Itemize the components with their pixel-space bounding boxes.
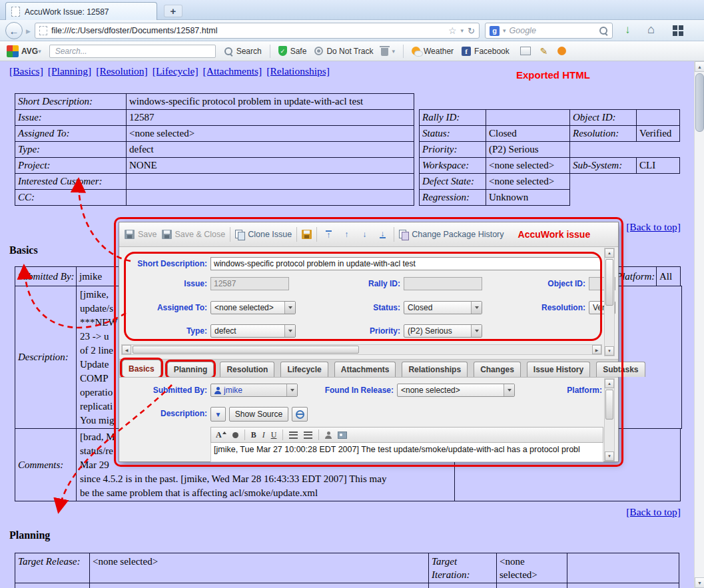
chevron-down-icon[interactable] — [286, 384, 297, 396]
scroll-left-icon[interactable]: ◀ — [122, 345, 131, 354]
tab-basics[interactable]: Basics — [122, 360, 161, 377]
chevron-down-icon[interactable] — [504, 384, 514, 396]
avg-do-not-track-button[interactable]: Do Not Track — [314, 47, 373, 56]
back-to-top-link[interactable]: [Back to top] — [626, 506, 681, 518]
chevron-down-icon[interactable] — [284, 302, 295, 314]
chevron-down-icon[interactable] — [471, 302, 482, 314]
form-hscrollbar[interactable]: ◀ ▶ — [121, 344, 602, 355]
avg-dropdown-icon[interactable]: ▾ — [38, 48, 41, 55]
insert-image-icon[interactable] — [338, 432, 347, 439]
reload-icon[interactable]: ↻ — [468, 26, 475, 36]
avg-search-button[interactable]: Search — [224, 47, 262, 56]
scroll-right-icon[interactable]: ▶ — [592, 345, 601, 354]
field-label: Platform: — [549, 386, 602, 395]
nav-link-lifecycle[interactable]: [Lifecycle] — [153, 65, 198, 77]
nav-link-planning[interactable]: [Planning] — [48, 65, 91, 77]
chevron-down-icon[interactable] — [284, 325, 295, 337]
priority-dropdown[interactable]: (P2) Serious — [404, 324, 482, 338]
search-bar[interactable]: g ▾ — [485, 23, 613, 39]
save-button[interactable]: Save — [125, 230, 157, 239]
new-tab-button[interactable]: + — [164, 5, 182, 17]
trash-dropdown-icon[interactable]: ▾ — [392, 48, 395, 55]
italic-button[interactable]: I — [262, 430, 265, 440]
collapse-description-button[interactable]: ▼ — [210, 407, 226, 422]
pencil-icon[interactable]: ✎ — [540, 46, 548, 57]
status-dropdown[interactable]: Closed — [404, 301, 482, 314]
tab-subtasks[interactable]: Subtasks — [596, 362, 645, 377]
back-button[interactable]: ← — [5, 22, 23, 39]
chevron-down-icon[interactable] — [471, 325, 482, 337]
panel-vscrollbar[interactable]: ▲ ▼ — [604, 378, 615, 461]
underline-button[interactable]: U — [271, 430, 277, 440]
nav-link-basics[interactable]: [Basics] — [9, 65, 43, 77]
browser-scrollbar[interactable]: ▲ ▼ — [694, 61, 704, 588]
download-button[interactable]: ↓ — [625, 23, 631, 37]
mention-icon[interactable] — [325, 432, 332, 439]
scrollbar-thumb[interactable] — [605, 259, 613, 306]
url-dropdown-icon[interactable]: ▾ — [461, 27, 464, 34]
scroll-down-icon[interactable]: ▼ — [695, 577, 704, 588]
scroll-up-icon[interactable]: ▲ — [695, 61, 704, 72]
form-vscrollbar[interactable]: ▲ ▼ — [604, 248, 615, 356]
search-icon[interactable] — [599, 26, 608, 35]
avg-weather-button[interactable]: Weather — [412, 47, 454, 56]
scrollbar-thumb[interactable] — [605, 390, 613, 420]
change-package-history-button[interactable]: Change Package History — [399, 230, 504, 239]
type-dropdown[interactable]: defect — [210, 324, 296, 338]
notes-icon[interactable] — [520, 47, 531, 55]
avg-search-input[interactable] — [49, 45, 216, 58]
bold-button[interactable]: B — [251, 430, 256, 440]
nav-link-attachments[interactable]: [Attachments] — [203, 65, 262, 77]
tab-changes[interactable]: Changes — [474, 362, 521, 377]
tab-planning[interactable]: Planning — [167, 362, 214, 377]
avg-safe-button[interactable]: ✓ Safe — [278, 46, 307, 56]
url-bar[interactable]: ☆ ▾ ↻ — [35, 23, 480, 39]
magnifier-icon — [224, 47, 233, 56]
text-color-icon[interactable] — [232, 432, 238, 438]
short-description-input[interactable]: windows-specific protocol problem in upd… — [210, 257, 601, 270]
font-size-icon[interactable]: A — [216, 430, 226, 440]
home-button[interactable]: ⌂ — [647, 23, 655, 37]
tab-issue-history[interactable]: Issue History — [527, 362, 590, 377]
scroll-up-icon[interactable]: ▲ — [605, 248, 614, 258]
search-engine-dropdown-icon[interactable]: ▾ — [503, 27, 506, 34]
description-editor[interactable]: [jmike, Tue Mar 27 10:00:28 EDT 2007] Th… — [210, 443, 603, 462]
search-input[interactable] — [510, 26, 595, 35]
save-and-close-button[interactable]: Save & Close — [162, 230, 226, 239]
url-input[interactable] — [51, 26, 444, 35]
tab-lifecycle[interactable]: Lifecycle — [280, 362, 328, 377]
bullet-list-icon[interactable] — [289, 432, 298, 439]
scroll-down-icon[interactable]: ▼ — [605, 451, 614, 461]
show-source-button[interactable]: Show Source — [229, 407, 288, 422]
assigned-to-dropdown[interactable]: <none selected> — [210, 301, 296, 314]
move-to-top-button[interactable]: ↑ — [322, 228, 335, 241]
move-down-button[interactable]: ↓ — [358, 228, 371, 241]
move-to-bottom-button[interactable]: ↓ — [376, 228, 389, 241]
export-button[interactable] — [302, 230, 312, 239]
found-in-release-dropdown[interactable]: <none selected> — [397, 384, 515, 397]
field-label: CC: — [15, 189, 127, 206]
scroll-down-icon[interactable]: ▼ — [605, 346, 614, 356]
move-up-button[interactable]: ↑ — [340, 228, 353, 241]
scrollbar-thumb[interactable] — [133, 346, 359, 354]
nav-link-resolution[interactable]: [Resolution] — [96, 65, 148, 77]
status-dot-icon[interactable] — [557, 47, 566, 55]
scrollbar-thumb[interactable] — [695, 73, 704, 132]
forward-button[interactable]: ▶ — [23, 27, 33, 35]
submitted-by-dropdown[interactable]: jmike — [210, 384, 298, 397]
tab-attachments[interactable]: Attachments — [334, 362, 396, 377]
avg-trash-button[interactable]: ▾ — [381, 46, 395, 56]
tab-resolution[interactable]: Resolution — [220, 362, 274, 377]
numbered-list-icon[interactable] — [304, 432, 312, 439]
browser-tab[interactable]: AccuWork Issue: 12587 — [5, 2, 157, 21]
globe-button[interactable] — [292, 407, 308, 422]
tab-relationships[interactable]: Relationships — [402, 362, 468, 377]
bookmark-star-icon[interactable]: ☆ — [448, 25, 457, 36]
avg-facebook-button[interactable]: f Facebook — [462, 47, 510, 56]
back-to-top-link[interactable]: [Back to top] — [626, 221, 681, 233]
annotation-accuwork-issue: AccuWork issue — [518, 229, 591, 240]
apps-grid-icon[interactable] — [673, 25, 683, 36]
clone-issue-button[interactable]: Clone Issue — [235, 230, 292, 239]
nav-link-relationships[interactable]: [Relationships] — [266, 65, 330, 77]
scroll-up-icon[interactable]: ▲ — [605, 379, 614, 388]
